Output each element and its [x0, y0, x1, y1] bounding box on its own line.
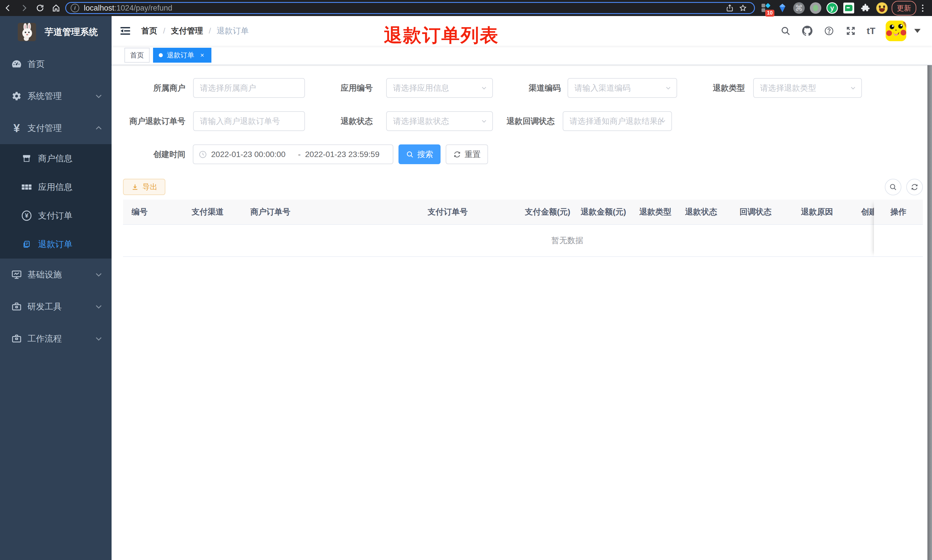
column-header: 支付订单号 — [419, 200, 516, 224]
github-button[interactable] — [801, 25, 813, 37]
hamburger-icon — [120, 25, 131, 37]
sidebar-item-system[interactable]: 系统管理 — [0, 80, 112, 112]
forward-icon — [20, 4, 28, 12]
tab-home[interactable]: 首页 — [125, 48, 150, 63]
browser-update-button[interactable]: 更新 — [892, 1, 916, 15]
help-button[interactable] — [823, 25, 835, 37]
extension-grid-icon[interactable]: 10 — [759, 1, 773, 15]
refresh-table-button[interactable] — [906, 179, 923, 195]
table-grid-icon — [22, 182, 31, 192]
header-search-button[interactable] — [780, 25, 791, 37]
sidebar-item-home[interactable]: 首页 — [0, 48, 112, 80]
user-avatar[interactable] — [886, 21, 906, 41]
browser-home-button[interactable] — [48, 0, 64, 16]
clock-icon — [198, 150, 207, 159]
breadcrumb: 首页 / 支付管理 / 退款订单 — [141, 25, 249, 36]
pay-circle-icon: ¥ — [22, 211, 31, 220]
download-icon — [131, 183, 139, 191]
gem-icon — [777, 3, 787, 13]
filter-label-app: 应用编号 — [315, 78, 373, 98]
home-icon — [52, 4, 60, 12]
sidebar-logo[interactable]: 芋道管理系统 — [0, 16, 112, 48]
column-header: 支付渠道 — [183, 200, 242, 224]
chevron-up-icon — [94, 124, 103, 132]
filter-label-channel: 渠道编码 — [503, 78, 561, 98]
briefcase-icon — [10, 332, 23, 345]
extension-command-icon[interactable]: ⌘ — [792, 1, 806, 15]
sidebar-item-app-info[interactable]: 应用信息 — [0, 173, 112, 202]
browser-menu-button[interactable] — [919, 5, 928, 12]
sidebar-item-dev-tools[interactable]: 研发工具 — [0, 291, 112, 323]
callback-status-select[interactable]: 请选择通知商户退款结果的回调状态 — [563, 111, 672, 131]
sidebar-item-label: 支付订单 — [38, 210, 72, 222]
chevron-down-icon — [94, 334, 103, 343]
font-size-button[interactable]: tT — [867, 26, 875, 36]
column-header: 退款状态 — [677, 200, 731, 224]
pikachu-avatar-icon — [886, 21, 906, 41]
navbar-actions: tT — [780, 21, 932, 41]
app-select[interactable]: 请选择应用信息 — [386, 78, 493, 98]
reset-button-label: 重置 — [464, 149, 481, 160]
channel-select[interactable]: 请输入渠道编码 — [568, 78, 677, 98]
table-header-row: 编号 支付渠道 商户订单号 支付订单号 支付金额(元) 退款金额(元) 退款类型… — [123, 200, 923, 225]
browser-back-button[interactable] — [0, 0, 16, 16]
browser-reload-button[interactable] — [32, 0, 48, 16]
window-scrollbar[interactable] — [927, 16, 932, 560]
column-header: 退款金额(元) — [572, 200, 631, 224]
refund-status-select[interactable]: 请选择退款状态 — [386, 111, 493, 131]
url-text: localhost:1024/pay/refund — [84, 4, 723, 12]
column-header-action: 操作 — [874, 200, 923, 225]
sidebar-item-pay-order[interactable]: ¥ 支付订单 — [0, 202, 112, 230]
breadcrumb-separator: / — [209, 26, 211, 35]
breadcrumb-home[interactable]: 首页 — [141, 25, 157, 36]
tab-refund-order[interactable]: 退款订单 — [153, 48, 211, 63]
share-button[interactable] — [723, 2, 736, 15]
share-icon — [726, 4, 734, 12]
filter-label-merchant-refund-no: 商户退款订单号 — [117, 111, 185, 131]
navbar: 首页 / 支付管理 / 退款订单 退款订单列表 — [112, 16, 932, 46]
search-icon — [889, 183, 897, 191]
browser-forward-button[interactable] — [16, 0, 32, 16]
avatar-caret-icon[interactable] — [914, 29, 921, 33]
filter-label-create-time: 创建时间 — [123, 145, 185, 164]
merchant-refund-no-input[interactable] — [193, 111, 305, 131]
refund-type-select[interactable]: 请选择退款类型 — [753, 78, 862, 98]
merchant-input[interactable] — [193, 78, 305, 98]
export-button[interactable]: 导出 — [123, 179, 165, 195]
address-bar[interactable]: i localhost:1024/pay/refund — [65, 2, 755, 14]
close-tab-button[interactable] — [199, 52, 206, 58]
fullscreen-button[interactable] — [845, 25, 857, 37]
sidebar: 芋道管理系统 首页 系统管理 ¥ 支付管理 — [0, 16, 112, 560]
create-time-range-picker[interactable]: 2022-01-23 00:00:00 - 2022-01-23 23:59:5… — [193, 145, 393, 164]
sidebar-item-merchant-info[interactable]: 商户信息 — [0, 144, 112, 173]
sidebar-item-label: 基础设施 — [28, 269, 62, 281]
collapse-sidebar-button[interactable] — [117, 22, 134, 40]
extension-gem-icon[interactable] — [775, 1, 789, 15]
extensions-row: 10 ⌘ y 更新 — [757, 1, 932, 15]
extensions-puzzle-icon[interactable] — [858, 1, 872, 15]
filter-label-merchant: 所属商户 — [123, 78, 185, 98]
sidebar-item-infrastructure[interactable]: 基础设施 — [0, 258, 112, 291]
empty-text: 暂无数据 — [551, 235, 583, 246]
reset-button[interactable]: 重置 — [446, 145, 488, 164]
site-info-icon[interactable]: i — [71, 4, 79, 12]
search-button[interactable]: 搜索 — [398, 145, 441, 164]
bookmark-star-button[interactable] — [736, 2, 749, 15]
sidebar-item-pay[interactable]: ¥ 支付管理 — [0, 112, 112, 144]
main-area: 首页 / 支付管理 / 退款订单 退款订单列表 — [112, 16, 932, 560]
breadcrumb-pay[interactable]: 支付管理 — [171, 25, 203, 36]
extension-chat-icon[interactable] — [842, 1, 856, 15]
active-tab-dot — [159, 53, 163, 57]
chevron-down-icon — [849, 85, 857, 92]
extension-badge: 10 — [765, 10, 774, 17]
toggle-search-button[interactable] — [885, 179, 901, 195]
sidebar-item-refund-order[interactable]: 退款订单 — [0, 230, 112, 258]
date-range-separator: - — [294, 150, 305, 159]
sidebar-item-workflow[interactable]: 工作流程 — [0, 323, 112, 355]
column-header: 商户订单号 — [242, 200, 419, 224]
extension-y-icon[interactable]: y — [825, 1, 839, 15]
github-icon — [802, 26, 812, 36]
extension-emoji-icon[interactable] — [875, 1, 889, 15]
rabbit-logo-icon — [18, 23, 36, 41]
extension-dot-icon[interactable] — [809, 1, 823, 15]
